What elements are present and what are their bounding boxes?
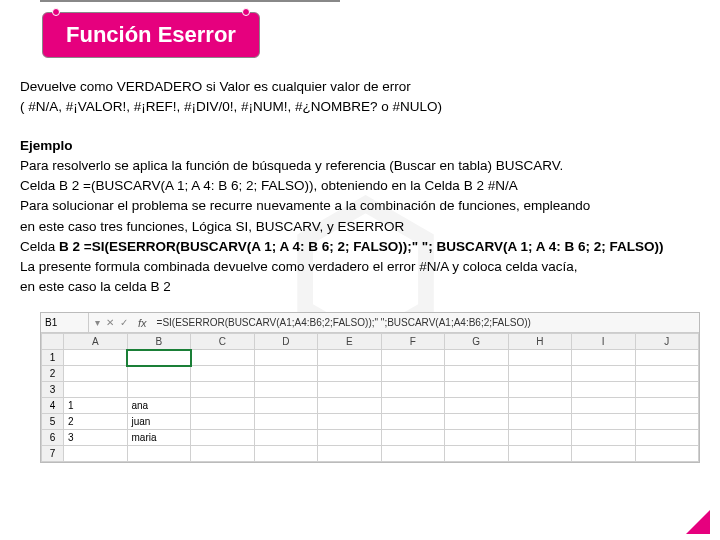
cell[interactable] — [445, 430, 509, 446]
row-header[interactable]: 5 — [42, 414, 64, 430]
col-H[interactable]: H — [508, 334, 572, 350]
cell[interactable] — [191, 382, 255, 398]
cell[interactable] — [445, 398, 509, 414]
cell[interactable] — [635, 446, 699, 462]
row-header[interactable]: 1 — [42, 350, 64, 366]
cell[interactable] — [572, 382, 636, 398]
cell[interactable] — [381, 414, 445, 430]
col-B[interactable]: B — [127, 334, 191, 350]
cell[interactable] — [572, 430, 636, 446]
cell[interactable] — [508, 382, 572, 398]
cell[interactable] — [318, 398, 382, 414]
row-header[interactable]: 6 — [42, 430, 64, 446]
ejemplo-heading: Ejemplo — [20, 137, 700, 155]
p6: La presente formula combinada devuelve c… — [20, 258, 700, 276]
cell[interactable] — [191, 430, 255, 446]
cell[interactable]: 1 — [64, 398, 128, 414]
cell[interactable] — [318, 366, 382, 382]
cell[interactable]: 3 — [64, 430, 128, 446]
cell[interactable] — [64, 446, 128, 462]
p5: Celda B 2 =SI(ESERROR(BUSCARV(A 1; A 4: … — [20, 238, 700, 256]
row-header[interactable]: 7 — [42, 446, 64, 462]
cell[interactable] — [635, 366, 699, 382]
cell[interactable] — [254, 414, 318, 430]
col-G[interactable]: G — [445, 334, 509, 350]
cell[interactable] — [64, 382, 128, 398]
cell[interactable] — [191, 446, 255, 462]
cell[interactable] — [127, 446, 191, 462]
cell[interactable] — [318, 382, 382, 398]
cell[interactable] — [64, 366, 128, 382]
cell[interactable] — [254, 446, 318, 462]
cell[interactable] — [254, 382, 318, 398]
cell[interactable]: ana — [127, 398, 191, 414]
cell[interactable] — [191, 414, 255, 430]
cell[interactable] — [635, 398, 699, 414]
col-C[interactable]: C — [191, 334, 255, 350]
cell[interactable] — [254, 350, 318, 366]
cell[interactable] — [572, 414, 636, 430]
cell[interactable]: maria — [127, 430, 191, 446]
cell[interactable] — [445, 366, 509, 382]
cell[interactable] — [508, 398, 572, 414]
cell[interactable] — [127, 350, 191, 366]
cell[interactable] — [381, 398, 445, 414]
col-F[interactable]: F — [381, 334, 445, 350]
cell[interactable] — [318, 446, 382, 462]
cell[interactable] — [508, 414, 572, 430]
cell[interactable] — [445, 446, 509, 462]
cell[interactable] — [254, 430, 318, 446]
cell[interactable] — [445, 350, 509, 366]
spreadsheet-grid[interactable]: A B C D E F G H I J 12341ana52juan63mari… — [41, 333, 699, 462]
cell[interactable] — [508, 366, 572, 382]
cell[interactable]: 2 — [64, 414, 128, 430]
cell[interactable] — [254, 366, 318, 382]
row-header[interactable]: 4 — [42, 398, 64, 414]
cell[interactable] — [381, 350, 445, 366]
cell[interactable] — [635, 350, 699, 366]
fx-icon[interactable]: fx — [134, 317, 151, 329]
cell[interactable] — [635, 382, 699, 398]
cell[interactable]: juan — [127, 414, 191, 430]
page-corner-accent — [686, 510, 710, 534]
cell[interactable] — [508, 430, 572, 446]
cell[interactable] — [381, 382, 445, 398]
cell[interactable] — [318, 414, 382, 430]
name-box[interactable]: B1 — [41, 313, 89, 332]
cell[interactable] — [64, 350, 128, 366]
formula-input[interactable]: =SI(ESERROR(BUSCARV(A1;A4:B6;2;FALSO));"… — [151, 317, 699, 328]
row-header[interactable]: 2 — [42, 366, 64, 382]
cell[interactable] — [381, 430, 445, 446]
cell[interactable] — [572, 350, 636, 366]
row-header[interactable]: 3 — [42, 382, 64, 398]
cell[interactable] — [572, 446, 636, 462]
cell[interactable] — [381, 446, 445, 462]
cell[interactable] — [508, 446, 572, 462]
cell[interactable] — [445, 382, 509, 398]
cell[interactable] — [318, 350, 382, 366]
cell[interactable] — [635, 414, 699, 430]
select-all-corner[interactable] — [42, 334, 64, 350]
cell[interactable] — [508, 350, 572, 366]
cell[interactable] — [254, 398, 318, 414]
cell[interactable] — [381, 366, 445, 382]
cancel-icon[interactable]: ✕ — [106, 317, 114, 328]
cell[interactable] — [191, 350, 255, 366]
p2: Celda B 2 =(BUSCARV(A 1; A 4: B 6; 2; FA… — [20, 177, 700, 195]
col-A[interactable]: A — [64, 334, 128, 350]
dropdown-icon[interactable]: ▾ — [95, 317, 100, 328]
cell[interactable] — [191, 398, 255, 414]
col-D[interactable]: D — [254, 334, 318, 350]
col-E[interactable]: E — [318, 334, 382, 350]
col-J[interactable]: J — [635, 334, 699, 350]
enter-icon[interactable]: ✓ — [120, 317, 128, 328]
cell[interactable] — [127, 382, 191, 398]
col-I[interactable]: I — [572, 334, 636, 350]
cell[interactable] — [445, 414, 509, 430]
cell[interactable] — [318, 430, 382, 446]
cell[interactable] — [191, 366, 255, 382]
cell[interactable] — [635, 430, 699, 446]
cell[interactable] — [572, 366, 636, 382]
cell[interactable] — [127, 366, 191, 382]
cell[interactable] — [572, 398, 636, 414]
